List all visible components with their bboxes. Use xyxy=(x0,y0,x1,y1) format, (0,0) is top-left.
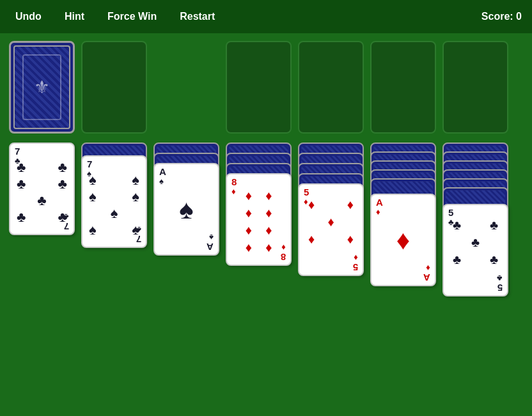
undo-button[interactable]: Undo xyxy=(10,8,47,25)
stacked-col3: 8 ♦ ♦ ♦ ♦ ♦ ♦ ♦ ♦ ♦ 8 ♦ xyxy=(226,143,292,277)
foundation-1 xyxy=(226,41,292,134)
stock-card-back: ⚜ xyxy=(13,45,70,129)
tableau-col-4: 5 ♦ ♦ ♦ ♦ ♦ ♦ xyxy=(298,143,364,309)
pip-row: ♠ ♠ xyxy=(89,172,139,189)
pip: ♠ xyxy=(89,189,97,205)
pip: ♦ xyxy=(239,206,259,220)
pip: ♣ xyxy=(453,252,461,267)
waste-pile xyxy=(81,41,147,134)
foundation-3 xyxy=(370,41,436,134)
card-rank-br: A xyxy=(423,273,430,282)
pip: ♣ xyxy=(17,176,26,192)
pip: ♦ xyxy=(259,189,279,203)
stock-card-emblem-container: ⚜ xyxy=(22,54,61,120)
card-suit-br: ♦ xyxy=(426,264,430,272)
card-8-diamonds[interactable]: 8 ♦ ♦ ♦ ♦ ♦ ♦ ♦ ♦ ♦ 8 ♦ xyxy=(226,173,292,266)
card-7-clubs[interactable]: 7 ♣ ♣ ♣ ♣ ♣ ♣ ♣ xyxy=(9,143,75,235)
tableau-col-6: 5 ♣ ♣ ♣ ♣ ♣ ♣ xyxy=(442,143,508,309)
pip: ♣ xyxy=(17,209,26,226)
pip: ♣ xyxy=(17,159,26,176)
pip: ♣ xyxy=(490,252,498,267)
top-row: ⚜ xyxy=(9,41,523,134)
tableau-col-5: A ♦ ♦ A ♦ xyxy=(370,143,436,309)
pip: ♣ xyxy=(453,218,461,233)
stock-pile[interactable]: ⚜ xyxy=(9,41,75,134)
pip: ♦ xyxy=(308,197,315,212)
pip: ♣ xyxy=(471,235,480,250)
pip: ♦ xyxy=(259,206,279,220)
card-5-clubs[interactable]: 5 ♣ ♣ ♣ ♣ ♣ ♣ xyxy=(442,204,508,297)
card-5-diamonds[interactable]: 5 ♦ ♦ ♦ ♦ ♦ ♦ xyxy=(298,183,364,276)
card-8-diamonds-wrapper: 8 ♦ ♦ ♦ ♦ ♦ ♦ ♦ ♦ ♦ 8 ♦ xyxy=(226,173,292,266)
pip-row: ♣ ♣ xyxy=(453,252,498,267)
restart-button[interactable]: Restart xyxy=(175,8,220,25)
pip: ♣ xyxy=(37,192,46,209)
pip: ♦ xyxy=(347,232,354,247)
tableau-col-3: 8 ♦ ♦ ♦ ♦ ♦ ♦ ♦ ♦ ♦ 8 ♦ xyxy=(226,143,292,309)
pip: ♦ xyxy=(347,197,354,212)
pip: ♠ xyxy=(132,189,139,205)
pip-row-2: ♣ ♣ xyxy=(17,176,67,192)
tableau-col-2: A ♠ ♠ A ♠ xyxy=(153,143,219,309)
tableau-col-1: 7 ♠ ♠ ♠ ♠ ♠ ♠ xyxy=(81,143,147,309)
spacer xyxy=(153,41,219,134)
pip: ♠ xyxy=(132,172,139,189)
pip-row: ♦ ♦ xyxy=(308,232,354,247)
card-ace-spades-wrapper: A ♠ ♠ A ♠ xyxy=(153,163,219,256)
pip: ♠ xyxy=(89,222,97,238)
card-rank-br: 8 xyxy=(281,252,286,262)
game-area: ⚜ 7 ♣ ♣ ♣ xyxy=(0,33,532,316)
pip-row: ♦ xyxy=(308,215,354,229)
pip: ♣ xyxy=(58,176,67,192)
pip: ♦ xyxy=(259,240,279,255)
pip: ♣ xyxy=(58,159,67,176)
pip: ♦ xyxy=(327,215,334,229)
pip: ♦ xyxy=(239,189,259,203)
card-suit-br: ♦ xyxy=(281,243,286,252)
card-rank-br: 7 xyxy=(64,222,69,231)
card-5-clubs-wrapper: 5 ♣ ♣ ♣ ♣ ♣ ♣ xyxy=(442,204,508,297)
stacked-col2: A ♠ ♠ A ♠ xyxy=(153,143,219,261)
card-suit-br: ♠ xyxy=(137,226,141,234)
pip: ♦ xyxy=(239,240,259,255)
stock-card-emblem-icon: ⚜ xyxy=(34,77,50,98)
pip: ♦ xyxy=(308,232,315,247)
stacked-col6: 5 ♣ ♣ ♣ ♣ ♣ ♣ xyxy=(442,143,508,309)
card-rank-br: 5 xyxy=(353,263,358,272)
card-5-diamonds-wrapper: 5 ♦ ♦ ♦ ♦ ♦ ♦ xyxy=(298,183,364,276)
stacked-col5: A ♦ ♦ A ♦ xyxy=(370,143,436,296)
card-suit-br: ♣ xyxy=(497,274,503,282)
pip: ♣ xyxy=(490,218,498,233)
card-rank-br: A xyxy=(207,242,214,252)
pip: ♠ xyxy=(89,172,97,189)
pip-row: ♦ ♦ xyxy=(308,197,354,212)
tableau-col-0: 7 ♣ ♣ ♣ ♣ ♣ ♣ ♣ xyxy=(9,143,75,309)
pip: ♦ xyxy=(239,223,259,238)
pip-row: ♣ xyxy=(453,235,498,250)
card-suit-br: ♣ xyxy=(63,213,69,221)
tableau: 7 ♣ ♣ ♣ ♣ ♣ ♣ ♣ xyxy=(9,143,523,309)
pip-row: ♠ ♠ xyxy=(89,189,139,205)
foundation-4 xyxy=(442,41,508,134)
pip-row-3: ♣ xyxy=(17,192,67,209)
toolbar: Undo Hint Force Win Restart Score: 0 xyxy=(0,0,532,33)
pip-row: ♠ ♠ xyxy=(89,222,139,238)
card-ace-spades[interactable]: A ♠ ♠ A ♠ xyxy=(153,163,219,256)
force-win-button[interactable]: Force Win xyxy=(102,8,162,25)
card-ace-diamonds[interactable]: A ♦ ♦ A ♦ xyxy=(370,194,436,286)
pip-row: ♠ xyxy=(111,205,118,222)
stacked-col4: 5 ♦ ♦ ♦ ♦ ♦ ♦ xyxy=(298,143,364,286)
score-display: Score: 0 xyxy=(481,11,522,22)
foundation-2 xyxy=(298,41,364,134)
card-ace-diamonds-wrapper: A ♦ ♦ A ♦ xyxy=(370,194,436,286)
card-suit-br: ♦ xyxy=(354,254,358,262)
card-7-spades[interactable]: 7 ♠ ♠ ♠ ♠ ♠ ♠ xyxy=(81,155,147,248)
hint-button[interactable]: Hint xyxy=(59,8,90,25)
card-suit-br: ♠ xyxy=(209,233,214,242)
pip-row: ♣ ♣ xyxy=(453,218,498,233)
pip-row-1: ♣ ♣ xyxy=(17,159,67,176)
card-rank-br: 7 xyxy=(136,235,141,244)
card-7-spades-wrapper: 7 ♠ ♠ ♠ ♠ ♠ ♠ xyxy=(81,155,147,248)
stacked-backs-col1: 7 ♠ ♠ ♠ ♠ ♠ ♠ xyxy=(81,143,147,248)
pip: ♦ xyxy=(259,223,279,238)
